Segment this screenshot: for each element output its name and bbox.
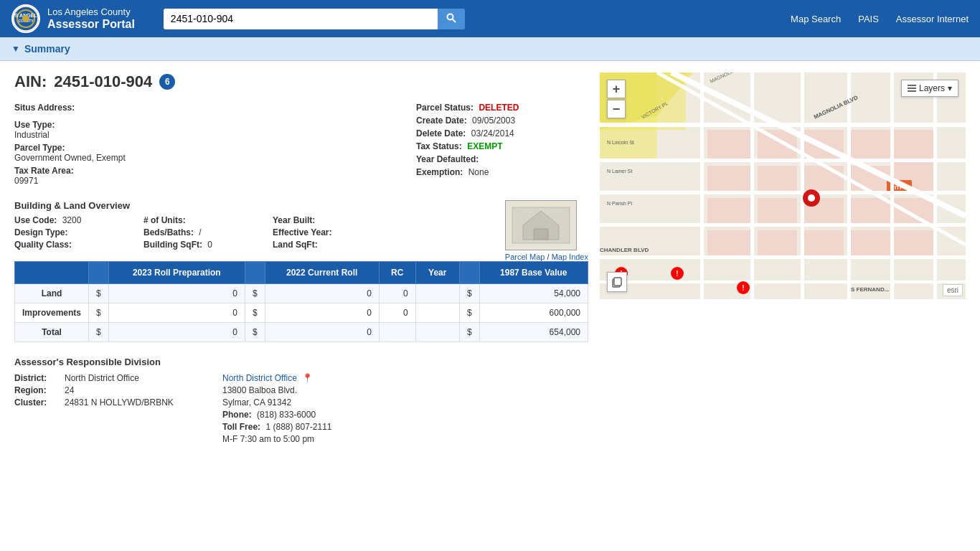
parcel-status-value: DELETED (479, 103, 519, 113)
row-impr-base: 600,000 (479, 303, 588, 323)
parcel-map-link[interactable]: Parcel Map (505, 253, 545, 261)
blo-use-code: Use Code: 3200 (14, 215, 143, 225)
svg-line-6 (452, 19, 456, 22)
blo-units-label: # of Units: (143, 215, 186, 225)
phone-value: (818) 833-6000 (257, 410, 316, 420)
layers-button[interactable]: Layers ▾ (901, 80, 958, 97)
blo-beds-baths-label: Beds/Baths: (143, 227, 194, 237)
col1: Situs Address: Use Type: Industrial Parc… (14, 103, 215, 189)
row-impr-2023: 0 (108, 303, 245, 323)
row-total-sign1: $ (89, 323, 109, 342)
blo-year-built-label: Year Built: (273, 215, 315, 225)
svg-rect-71 (614, 278, 621, 286)
nav-map-search[interactable]: Map Search (791, 14, 841, 24)
map-index-link[interactable]: Map Index (552, 253, 588, 261)
row-total-2023: 0 (108, 323, 245, 342)
svg-text:N Lamer St: N Lamer St (607, 169, 632, 174)
svg-rect-22 (851, 130, 890, 159)
svg-rect-48 (933, 72, 937, 299)
district-label: District: (14, 373, 65, 383)
svg-rect-19 (707, 166, 750, 191)
toll-free-row: Toll Free: 1 (888) 807-2111 (222, 422, 588, 432)
nav-pais[interactable]: PAIS (858, 14, 879, 24)
app-title: Los Angeles County Assessor Portal (47, 6, 135, 32)
use-type-value: Industrial (14, 130, 50, 140)
year-defaulted-row: Year Defaulted: (416, 154, 595, 164)
assessment-table: 2023 Roll Preparation 2022 Current Roll … (14, 261, 588, 342)
row-land-rc: 0 (379, 284, 415, 303)
blo-use-code-value: 3200 (62, 215, 82, 225)
empty4 (65, 422, 222, 432)
division-section: Assessor's Responsible Division District… (14, 357, 588, 444)
ain-label: AIN: (14, 72, 47, 91)
use-type-label: Use Type: (14, 120, 55, 130)
use-type-row: Use Type: Industrial (14, 120, 215, 140)
address-line1: 13800 Balboa Blvd. (222, 385, 588, 395)
division-grid: District: North District Office North Di… (14, 373, 588, 444)
toll-free-label: Toll Free: (222, 422, 260, 432)
th-row-label (15, 262, 89, 284)
zoom-out-button[interactable]: − (607, 100, 626, 118)
blo-effective-year: Effective Year: (273, 227, 402, 237)
blo-beds-baths: Beds/Baths: / (143, 227, 273, 237)
row-total-rc (379, 323, 415, 342)
svg-rect-43 (700, 72, 704, 299)
summary-label: Summary (24, 43, 70, 55)
svg-text:N Parish Pl: N Parish Pl (607, 201, 632, 206)
empty3 (14, 422, 65, 432)
row-impr-sign1: $ (89, 303, 109, 323)
svg-rect-16 (707, 130, 750, 159)
summary-arrow-icon: ▼ (11, 44, 20, 54)
table-row-total: Total $ 0 $ 0 $ 654,000 (15, 323, 588, 342)
row-impr-2022: 0 (265, 303, 379, 323)
tax-rate-area-row: Tax Rate Area: 09971 (14, 166, 215, 186)
esri-badge: esri (943, 284, 963, 296)
tax-rate-area-label: Tax Rate Area: (14, 166, 74, 176)
svg-rect-9 (534, 229, 548, 240)
blo-grid: Use Code: 3200 # of Units: Year Built: D… (14, 215, 498, 250)
svg-rect-26 (758, 198, 797, 223)
svg-rect-33 (851, 230, 890, 259)
svg-rect-29 (894, 198, 933, 223)
header-nav: Map Search PAIS Assessor Internet (791, 14, 969, 24)
cluster-label: Cluster: (14, 397, 65, 408)
search-input[interactable] (164, 9, 438, 29)
svg-rect-45 (801, 72, 804, 299)
division-title: Assessor's Responsible Division (14, 357, 588, 367)
row-total-year (415, 323, 459, 342)
svg-rect-28 (851, 198, 890, 223)
svg-rect-21 (804, 166, 844, 191)
row-total-sign3: $ (459, 323, 479, 342)
zoom-in-button[interactable]: + (607, 80, 626, 98)
delete-date-value: 03/24/2014 (471, 128, 514, 138)
parcel-info-grid: Situs Address: Use Type: Industrial Parc… (14, 103, 588, 189)
th-base-value: 1987 Base Value (479, 262, 588, 284)
svg-point-4 (22, 15, 29, 22)
svg-rect-44 (750, 72, 754, 299)
svg-rect-69 (908, 90, 916, 92)
copy-button[interactable] (607, 272, 627, 292)
phone-label: Phone: (222, 410, 252, 420)
ain-value: 2451-010-904 (54, 72, 152, 91)
blo-quality-class-label: Quality Class: (14, 240, 72, 250)
search-bar[interactable] (164, 9, 465, 29)
svg-text:!: ! (676, 270, 678, 278)
summary-bar[interactable]: ▼ Summary (0, 37, 980, 61)
svg-rect-47 (890, 72, 894, 299)
org-line1: Los Angeles County (47, 6, 135, 18)
row-improvements-label: Improvements (15, 303, 89, 323)
district-link[interactable]: North District Office (222, 373, 297, 383)
parcel-type-row: Parcel Type: Government Owned, Exempt (14, 143, 215, 163)
svg-rect-31 (758, 230, 797, 259)
address-line2: Sylmar, CA 91342 (222, 397, 588, 408)
svg-rect-42 (600, 281, 966, 283)
map-svg: ITP (600, 72, 966, 299)
search-button[interactable] (438, 9, 465, 29)
map-pin-icon: 📍 (302, 373, 313, 383)
row-total-base: 654,000 (479, 323, 588, 342)
svg-rect-34 (894, 230, 933, 259)
row-land-sign2: $ (245, 284, 265, 303)
cluster-value: 24831 N HOLLYWD/BRBNK (65, 397, 222, 408)
nav-assessor-internet[interactable]: Assessor Internet (896, 14, 969, 24)
svg-rect-30 (707, 230, 750, 259)
